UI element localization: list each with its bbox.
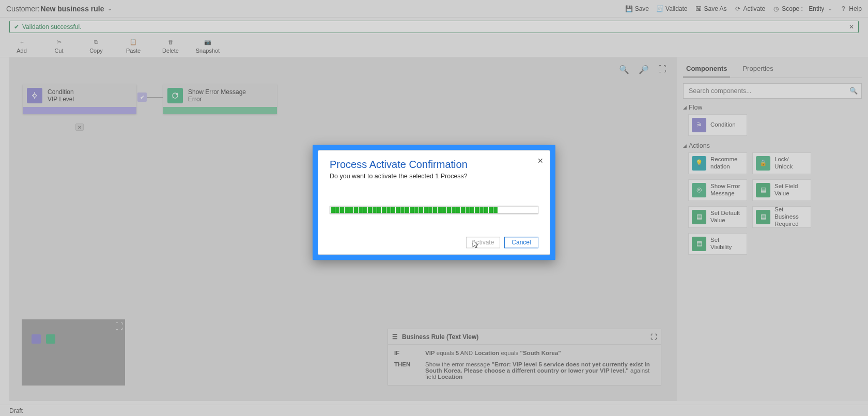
progress-bar xyxy=(330,206,538,214)
activate-dialog: ✕ Process Activate Confirmation Do you w… xyxy=(313,145,555,260)
close-icon[interactable]: ✕ xyxy=(537,157,544,165)
cancel-button[interactable]: Cancel xyxy=(504,237,538,248)
dialog-title: Process Activate Confirmation xyxy=(330,159,538,171)
activate-confirm-button[interactable]: Activate xyxy=(466,237,500,248)
dialog-message: Do you want to activate the selected 1 P… xyxy=(330,173,538,180)
